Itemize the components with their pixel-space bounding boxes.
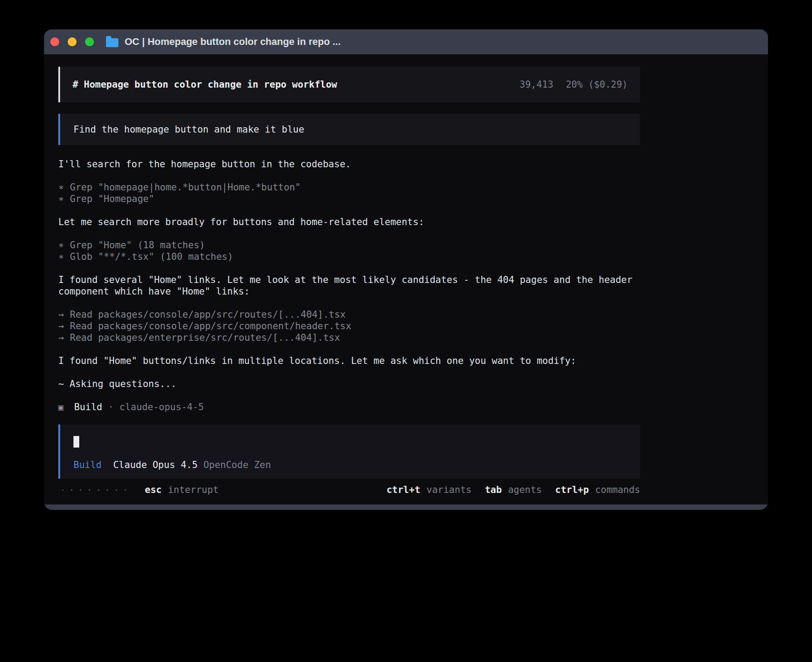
minimize-button[interactable] bbox=[68, 37, 77, 46]
asking-questions-status: ~ Asking questions... bbox=[58, 378, 640, 390]
ctrl-p-key: ctrl+p bbox=[555, 484, 589, 496]
tool-call-text: Read packages/console/app/src/component/… bbox=[70, 320, 351, 332]
tool-call-glob: ∗ Glob "**/*.tsx" (100 matches) bbox=[58, 251, 640, 262]
zoom-button[interactable] bbox=[85, 37, 94, 46]
token-count: 39,413 bbox=[520, 79, 553, 90]
mode-label[interactable]: Build bbox=[73, 459, 102, 471]
prompt-input[interactable]: Build Claude Opus 4.5 OpenCode Zen bbox=[58, 424, 640, 479]
esc-key: esc bbox=[145, 484, 162, 496]
tool-call-text: Read packages/enterprise/src/routes/[...… bbox=[70, 332, 340, 343]
interrupt-hint: esc interrupt bbox=[145, 484, 219, 496]
titlebar[interactable]: OC | Homepage button color change in rep… bbox=[44, 29, 768, 54]
separator-dot: · bbox=[108, 401, 114, 413]
tool-marker-icon: ∗ bbox=[58, 182, 70, 193]
session-header: # Homepage button color change in repo w… bbox=[58, 67, 640, 102]
tab-key: tab bbox=[485, 484, 502, 496]
folder-icon bbox=[106, 38, 118, 47]
status-bar: ········ esc interrupt ctrl+t variants t… bbox=[58, 484, 640, 496]
terminal-window: OC | Homepage button color change in rep… bbox=[44, 29, 768, 510]
tool-call-group: ∗ Grep "homepage|home.*button|Home.*butt… bbox=[58, 182, 640, 205]
shortcut-commands: ctrl+p commands bbox=[555, 484, 640, 496]
traffic-lights bbox=[50, 37, 94, 46]
text-cursor bbox=[73, 436, 79, 448]
assistant-paragraph: Let me search more broadly for buttons a… bbox=[58, 216, 640, 228]
user-message: Find the homepage button and make it blu… bbox=[58, 114, 640, 145]
shortcut-variants: ctrl+t variants bbox=[386, 484, 471, 496]
agent-model: claude-opus-4-5 bbox=[119, 401, 204, 413]
title-group: OC | Homepage button color change in rep… bbox=[106, 36, 341, 48]
tool-call-read: → Read packages/enterprise/src/routes/[.… bbox=[58, 332, 640, 343]
arrow-icon: → bbox=[58, 332, 70, 343]
close-button[interactable] bbox=[50, 37, 59, 46]
tool-call-text: Read packages/console/app/src/routes/[..… bbox=[70, 309, 346, 320]
agent-attribution: ▣ Build · claude-opus-4-5 bbox=[58, 401, 640, 413]
arrow-icon: → bbox=[58, 309, 70, 320]
tool-call-text: Grep "Homepage" bbox=[70, 193, 154, 205]
input-footer: Build Claude Opus 4.5 OpenCode Zen bbox=[73, 459, 627, 471]
content-column: # Homepage button color change in repo w… bbox=[58, 67, 640, 496]
ctrl-t-key: ctrl+t bbox=[386, 484, 420, 496]
spinner-dots-icon: ········ bbox=[60, 484, 131, 496]
agent-name: Build bbox=[74, 401, 102, 413]
tool-marker-icon: ∗ bbox=[58, 193, 70, 205]
tool-marker-icon: ∗ bbox=[58, 239, 70, 251]
tool-call-grep: ∗ Grep "Home" (18 matches) bbox=[58, 239, 640, 251]
model-label[interactable]: Claude Opus 4.5 bbox=[113, 459, 198, 471]
context-cost: 20% ($0.29) bbox=[566, 79, 628, 90]
tool-call-grep: ∗ Grep "homepage|home.*button|Home.*butt… bbox=[58, 182, 640, 193]
session-title: # Homepage button color change in repo w… bbox=[73, 79, 337, 90]
tool-call-text: Grep "homepage|home.*button|Home.*button… bbox=[70, 182, 300, 193]
tool-call-grep: ∗ Grep "Homepage" bbox=[58, 193, 640, 205]
tool-call-read: → Read packages/console/app/src/routes/[… bbox=[58, 309, 640, 320]
session-stats: 39,413 20% ($0.29) bbox=[520, 79, 628, 90]
window-title: OC | Homepage button color change in rep… bbox=[125, 36, 341, 48]
tool-call-text: Grep "Home" (18 matches) bbox=[70, 239, 205, 251]
assistant-paragraph: I found "Home" buttons/links in multiple… bbox=[58, 355, 640, 367]
tool-call-group: ∗ Grep "Home" (18 matches) ∗ Glob "**/*.… bbox=[58, 239, 640, 262]
shortcut-hints: ctrl+t variants tab agents ctrl+p comman… bbox=[386, 484, 640, 496]
provider-label: OpenCode Zen bbox=[203, 459, 271, 471]
user-message-text: Find the homepage button and make it blu… bbox=[73, 124, 304, 135]
tool-call-group: → Read packages/console/app/src/routes/[… bbox=[58, 309, 640, 343]
desktop-background: OC | Homepage button color change in rep… bbox=[0, 0, 812, 662]
tool-marker-icon: ∗ bbox=[58, 251, 70, 262]
assistant-paragraph: I'll search for the homepage button in t… bbox=[58, 158, 640, 170]
terminal-body: # Homepage button color change in repo w… bbox=[44, 54, 768, 505]
assistant-paragraph: I found several "Home" links. Let me loo… bbox=[58, 274, 640, 297]
arrow-icon: → bbox=[58, 320, 70, 332]
agent-badge-icon: ▣ bbox=[58, 401, 63, 413]
tool-call-text: Glob "**/*.tsx" (100 matches) bbox=[70, 251, 233, 262]
tool-call-read: → Read packages/console/app/src/componen… bbox=[58, 320, 640, 332]
shortcut-agents: tab agents bbox=[485, 484, 542, 496]
